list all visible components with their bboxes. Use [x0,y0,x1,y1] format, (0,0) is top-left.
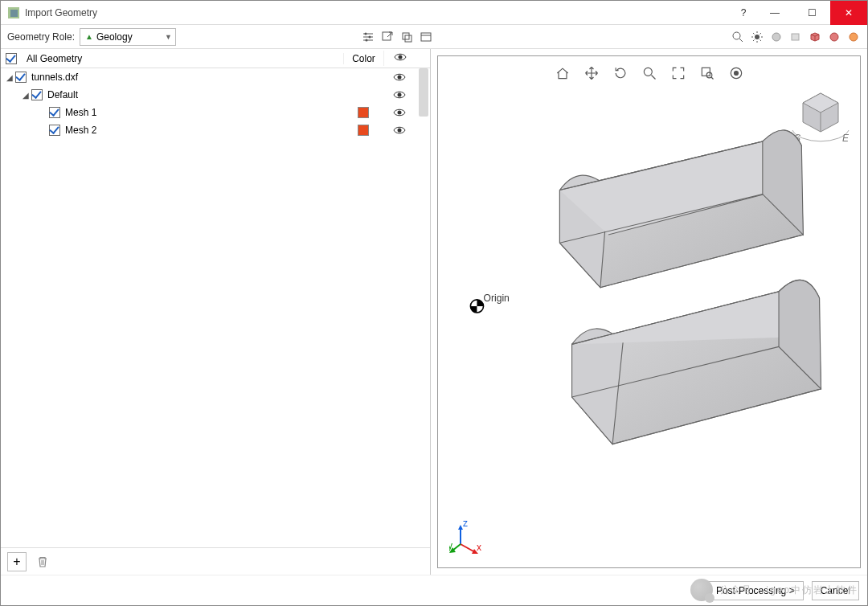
help-button[interactable]: ? [731,1,756,25]
post-processing-button[interactable]: Post-Processing > [707,581,804,600]
svg-text:y: y [449,540,452,551]
box-gray-icon[interactable] [788,30,803,44]
svg-rect-6 [403,33,409,39]
svg-point-12 [755,35,760,39]
geometry-role-dropdown[interactable]: ▲ Geology ▼ [80,28,176,46]
dialog-footer: 公众号 · igeo中仿岩土软件 Post-Processing > Cance… [1,575,867,605]
checkbox[interactable] [31,89,43,100]
svg-line-17 [753,33,755,35]
color-swatch[interactable] [358,125,369,136]
svg-point-24 [850,33,858,41]
window-title: Import Geometry [25,7,731,18]
geology-icon: ▲ [85,32,93,41]
visibility-toggle[interactable] [383,71,416,84]
svg-point-26 [398,76,402,80]
eye-icon [393,106,406,119]
tree-label: tunnels.dxf [31,72,343,83]
window-icon[interactable] [419,30,433,44]
tree-header-label: All Geometry [27,53,82,64]
geometry-role-label: Geometry Role: [7,31,75,43]
scrollbar-thumb[interactable] [419,68,428,117]
tree-label: Default [47,89,343,100]
checkbox[interactable] [49,125,60,136]
3d-viewport[interactable]: S E [437,55,861,568]
toolbar: Geometry Role: ▲ Geology ▼ [1,25,867,49]
svg-rect-8 [421,33,431,41]
expand-toggle[interactable]: ◢ [20,91,31,100]
left-panel-tool-group [361,30,433,44]
svg-line-11 [739,39,743,42]
copy-icon[interactable] [399,30,414,44]
close-button[interactable]: ✕ [830,1,867,25]
visibility-toggle[interactable] [383,106,416,119]
svg-point-21 [772,33,780,41]
maximize-button[interactable]: ☐ [793,1,830,25]
cube-red-icon[interactable] [808,30,822,44]
svg-rect-1 [10,10,18,17]
svg-text:x: x [477,542,481,553]
checkbox[interactable] [49,107,60,118]
eye-icon [394,51,407,63]
delete-button[interactable] [33,552,52,571]
tree-row-mesh[interactable]: Mesh 1 [1,104,430,121]
tree-header-main[interactable]: All Geometry [1,53,343,64]
chevron-down-icon: ▼ [165,33,172,41]
light-icon[interactable] [750,30,764,44]
eye-icon [393,71,406,84]
svg-point-28 [398,111,402,115]
tree-header-color[interactable]: Color [343,53,383,64]
cancel-button[interactable]: Cancel [812,581,859,600]
svg-point-2 [365,32,367,35]
svg-point-3 [369,35,371,38]
titlebar: Import Geometry ? — ☐ ✕ [1,1,867,25]
tree-footer: + [1,547,430,575]
visibility-toggle[interactable] [383,88,416,101]
tree-row-group[interactable]: ◢ Default [1,86,430,104]
svg-point-4 [366,39,368,41]
add-button[interactable]: + [7,552,27,571]
svg-point-25 [398,55,402,59]
eye-icon [393,88,406,101]
sphere-red-icon[interactable] [827,30,841,44]
axis-triad: z x y [449,520,485,558]
svg-line-18 [760,39,762,41]
open-external-icon[interactable] [380,30,395,44]
geometry-tree-panel: All Geometry Color ◢ tunnels.dxf [1,49,431,575]
viewport-panel: S E [431,49,867,575]
tree-body[interactable]: ◢ tunnels.dxf ◢ Default Mes [1,68,430,547]
tree-row-mesh[interactable]: Mesh 2 [1,121,430,139]
tree-row-file[interactable]: ◢ tunnels.dxf [1,68,430,86]
sphere-orange-icon[interactable] [846,30,861,44]
eye-icon [393,124,406,137]
tree-header-visibility[interactable] [383,51,416,66]
svg-line-19 [753,39,755,41]
minimize-button[interactable]: — [756,1,793,25]
svg-line-20 [760,33,762,35]
geometry-role-value: Geology [96,31,133,43]
svg-point-10 [733,32,740,39]
app-icon [7,6,20,19]
trash-icon [36,555,49,568]
tree-header: All Geometry Color [1,49,430,68]
settings-sliders-icon[interactable] [361,30,375,44]
svg-rect-22 [792,34,799,40]
zoom-search-icon[interactable] [731,30,745,44]
geometry-render: Origin [438,56,860,567]
main-split: All Geometry Color ◢ tunnels.dxf [1,49,867,575]
sphere-gray-icon[interactable] [769,30,784,44]
checkbox[interactable] [15,72,27,83]
expand-toggle[interactable]: ◢ [4,73,15,82]
tree-label: Mesh 2 [65,125,343,136]
svg-rect-5 [383,32,391,40]
svg-point-27 [398,93,402,97]
color-swatch[interactable] [358,107,369,118]
visibility-toggle[interactable] [383,124,416,137]
svg-text:z: z [463,520,468,529]
svg-point-23 [830,33,838,41]
svg-line-51 [461,544,475,552]
origin-label: Origin [484,293,510,304]
select-all-checkbox[interactable] [6,53,17,64]
tree-scrollbar[interactable] [419,68,428,547]
svg-rect-7 [405,35,411,42]
svg-point-29 [398,129,402,133]
